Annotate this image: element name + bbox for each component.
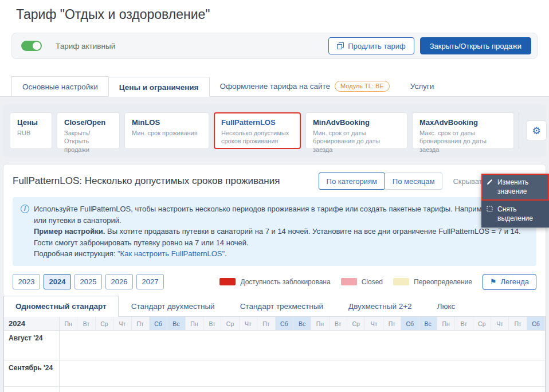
year-2023-button[interactable]: 2023: [13, 274, 40, 289]
restriction-cards-band: Цены RUB Close/Open Закрыть/Открыть прод…: [3, 104, 546, 157]
card-fullpatternlos[interactable]: FullPatternLOS Несколько допустимых срок…: [214, 112, 301, 149]
room-tab-standard-double[interactable]: Стандарт двухместный: [119, 296, 228, 316]
card-maxadvbooking-title: MaxAdvBooking: [419, 118, 507, 127]
calendar-body: Август '24Сентябрь '24: [4, 331, 545, 387]
fullpatternlos-help-link[interactable]: "Как настроить FullPatternLOS": [117, 249, 225, 258]
weekday-header-cell: Ср: [473, 317, 491, 330]
deselect-icon: [487, 206, 493, 212]
weekday-header-cell: Чт: [113, 317, 131, 330]
weekday-header-cell: Пт: [257, 317, 275, 330]
legend-button-label: Легенда: [501, 277, 529, 286]
month-days-partial: [60, 387, 545, 392]
section-title: FullPatternLOS: Несколько допустимых сро…: [13, 175, 280, 187]
weekday-header-cell: Сб: [276, 317, 293, 330]
card-minadvbooking-subtitle: Мин. срок от даты бронирования до даты з…: [313, 129, 400, 154]
year-2026-button[interactable]: 2026: [105, 274, 133, 289]
weekday-header-cell: Сб: [150, 317, 167, 330]
year-2024-button[interactable]: 2024: [44, 274, 71, 289]
legend-blocked-label: Доступность заблокирована: [240, 278, 330, 286]
card-prices-title: Цены: [17, 118, 45, 127]
year-2025-button[interactable]: 2025: [74, 274, 102, 289]
view-by-month-button[interactable]: По месяцам: [385, 173, 443, 190]
fullpatternlos-panel: FullPatternLOS: Несколько допустимых сро…: [3, 164, 546, 392]
card-prices[interactable]: Цены RUB: [10, 112, 52, 149]
room-tab-double-2plus2[interactable]: Двухместный 2+2: [336, 296, 425, 316]
legend-override-label: Переопределение: [414, 278, 472, 286]
card-prices-subtitle: RUB: [17, 129, 45, 137]
card-close-open-subtitle: Закрыть/Открыть продажи: [64, 129, 112, 154]
section-header: FullPatternLOS: Несколько допустимых сро…: [13, 173, 536, 190]
calendar-month-row-partial: [4, 387, 545, 392]
weekday-header-cell: Вт: [330, 317, 347, 330]
weekday-header-cell: Вс: [167, 317, 185, 330]
tab-prices-restrictions[interactable]: Цены и ограничения: [108, 77, 210, 97]
settings-gear-button[interactable]: ⚙: [526, 120, 547, 141]
copy-icon: [337, 42, 344, 49]
weekday-header-cell: Пт: [509, 317, 527, 330]
extend-tariff-label: Продлить тариф: [348, 42, 406, 50]
year-2027-button[interactable]: 2027: [136, 274, 164, 289]
card-maxadvbooking-subtitle: Макс. срок от даты бронирования до даты …: [419, 129, 507, 154]
weekday-header-cell: Вт: [203, 317, 221, 330]
context-menu-deselect-label: Снять выделение: [497, 205, 544, 223]
legend-override-swatch: [393, 278, 409, 285]
info-text-3-end: .: [225, 249, 227, 258]
tab-site-design[interactable]: Оформление тарифа на сайте Модуль TL: BE: [210, 76, 400, 96]
info-line-3: Подробная инструкция: "Как настроить Ful…: [21, 248, 528, 260]
tab-main-settings[interactable]: Основные настройки: [11, 76, 108, 96]
room-tab-single-standard[interactable]: Одноместный стандарт: [3, 296, 119, 317]
calendar-year-label: 2024: [4, 317, 60, 330]
info-text-2: Вы хотите продавать путевки в санаторий …: [34, 227, 521, 247]
room-tab-lux[interactable]: Люкс: [425, 296, 468, 316]
context-menu-deselect[interactable]: Снять выделение: [481, 201, 549, 228]
calendar-month-row: Август '24: [4, 331, 545, 360]
module-tl-be-badge: Модуль TL: BE: [335, 81, 390, 92]
legend-closed-label: Closed: [362, 278, 383, 286]
card-minlos[interactable]: MinLOS Мин. срок проживания: [124, 112, 209, 149]
weekday-header-cell: Пт: [132, 317, 150, 330]
card-fullpatternlos-title: FullPatternLOS: [221, 118, 293, 127]
card-maxadvbooking[interactable]: MaxAdvBooking Макс. срок от даты брониро…: [412, 112, 514, 149]
legend-button[interactable]: ⚑ Легенда: [483, 274, 536, 290]
cards-settings-area: ⚙: [519, 112, 547, 149]
legend-closed-swatch: [341, 278, 357, 285]
info-icon: i: [21, 205, 29, 213]
info-box: i Используйте FullPatternLOS, чтобы наст…: [13, 197, 536, 266]
tariff-active-toggle[interactable]: [21, 41, 42, 51]
card-close-open-title: Close/Open: [64, 118, 112, 127]
view-by-category-button[interactable]: По категориям: [319, 173, 385, 190]
info-line-1: i Используйте FullPatternLOS, чтобы наст…: [21, 203, 528, 226]
weekday-header-cell: Сб: [527, 317, 545, 330]
weekday-header-cell: Чт: [240, 317, 257, 330]
weekday-header-cell: Пн: [437, 317, 455, 330]
toggle-knob: [33, 42, 41, 50]
weekday-header-cell: Пн: [60, 317, 77, 330]
card-close-open[interactable]: Close/Open Закрыть/Открыть продажи: [57, 112, 120, 149]
month-label: Август '24: [4, 331, 60, 360]
month-label: Сентябрь '24: [4, 360, 60, 386]
weekday-header-cell: Вс: [419, 317, 437, 330]
extend-tariff-button[interactable]: Продлить тариф: [328, 37, 414, 54]
room-type-tabs: Одноместный стандарт Стандарт двухместны…: [3, 296, 546, 316]
flag-icon: ⚑: [490, 277, 497, 286]
selection-context-menu: Изменить значение Снять выделение: [481, 174, 549, 228]
card-minlos-title: MinLOS: [132, 118, 202, 127]
close-open-sales-button[interactable]: Закрыть/Открыть продажи: [420, 37, 531, 54]
calendar-weekday-row: ПнВтСрЧтПтСбВсПнВтСрЧтПтСбВсПнВтСрЧтПтСб…: [60, 317, 545, 330]
pencil-icon: [487, 179, 493, 185]
card-minadvbooking[interactable]: MinAdvBooking Мин. срок от даты брониров…: [305, 112, 407, 149]
page-header: Тариф "Отдых и оздоровление" Тариф актив…: [0, 0, 549, 97]
gear-icon: ⚙: [532, 125, 540, 137]
tab-services[interactable]: Услуги: [400, 76, 445, 96]
card-minadvbooking-title: MinAdvBooking: [313, 118, 400, 127]
context-menu-edit-value[interactable]: Изменить значение: [481, 174, 549, 201]
room-tab-standard-triple[interactable]: Стандарт трехместный: [228, 296, 336, 316]
weekday-header-cell: Вс: [293, 317, 311, 330]
weekday-header-cell: Сб: [401, 317, 419, 330]
card-minlos-subtitle: Мин. срок проживания: [132, 129, 202, 137]
weekday-header-cell: Вт: [77, 317, 95, 330]
info-line-2: Пример настройки. Вы хотите продавать пу…: [21, 226, 528, 248]
weekday-header-cell: Вт: [455, 317, 473, 330]
weekday-header-cell: Пт: [383, 317, 401, 330]
status-bar: Тариф активный Продлить тариф Закрыть/От…: [11, 33, 538, 59]
